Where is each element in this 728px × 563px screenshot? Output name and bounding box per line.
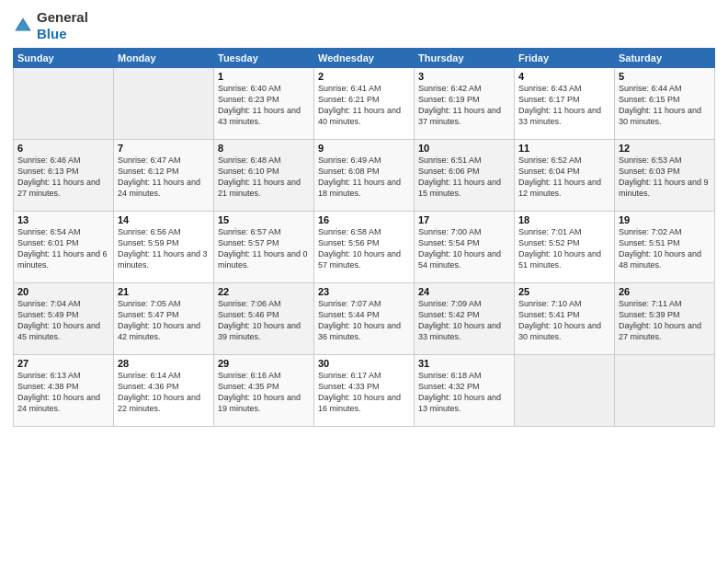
day-number: 18: [518, 214, 610, 225]
day-cell-15: 15Sunrise: 6:57 AM Sunset: 5:57 PM Dayli…: [214, 212, 314, 283]
day-cell-29: 29Sunrise: 6:16 AM Sunset: 4:35 PM Dayli…: [214, 355, 314, 427]
day-info: Sunrise: 7:07 AM Sunset: 5:44 PM Dayligh…: [318, 298, 410, 343]
day-number: 8: [218, 143, 310, 154]
calendar-row: 1Sunrise: 6:40 AM Sunset: 6:23 PM Daylig…: [14, 68, 715, 140]
weekday-header-wednesday: Wednesday: [314, 49, 415, 68]
calendar-row: 20Sunrise: 7:04 AM Sunset: 5:49 PM Dayli…: [14, 283, 715, 355]
day-number: 16: [318, 214, 410, 225]
day-info: Sunrise: 6:13 AM Sunset: 4:38 PM Dayligh…: [17, 370, 109, 415]
empty-cell: [515, 355, 615, 427]
day-info: Sunrise: 6:51 AM Sunset: 6:06 PM Dayligh…: [418, 155, 510, 200]
day-info: Sunrise: 6:56 AM Sunset: 5:59 PM Dayligh…: [118, 226, 210, 271]
logo-text-blue: Blue: [37, 26, 88, 42]
day-info: Sunrise: 6:54 AM Sunset: 6:01 PM Dayligh…: [17, 226, 109, 271]
day-cell-18: 18Sunrise: 7:01 AM Sunset: 5:52 PM Dayli…: [515, 212, 615, 283]
day-number: 2: [318, 71, 410, 82]
day-cell-5: 5Sunrise: 6:44 AM Sunset: 6:15 PM Daylig…: [615, 68, 715, 140]
day-number: 30: [318, 358, 410, 369]
empty-cell: [615, 355, 715, 427]
day-number: 19: [619, 214, 711, 225]
day-cell-13: 13Sunrise: 6:54 AM Sunset: 6:01 PM Dayli…: [14, 212, 114, 283]
day-number: 1: [218, 71, 310, 82]
day-info: Sunrise: 7:11 AM Sunset: 5:39 PM Dayligh…: [619, 298, 711, 343]
day-cell-28: 28Sunrise: 6:14 AM Sunset: 4:36 PM Dayli…: [114, 355, 214, 427]
day-cell-16: 16Sunrise: 6:58 AM Sunset: 5:56 PM Dayli…: [314, 212, 415, 283]
day-number: 22: [218, 286, 310, 297]
day-info: Sunrise: 7:09 AM Sunset: 5:42 PM Dayligh…: [418, 298, 510, 343]
day-info: Sunrise: 6:58 AM Sunset: 5:56 PM Dayligh…: [318, 226, 410, 271]
day-cell-1: 1Sunrise: 6:40 AM Sunset: 6:23 PM Daylig…: [214, 68, 314, 140]
calendar-row: 13Sunrise: 6:54 AM Sunset: 6:01 PM Dayli…: [14, 212, 715, 283]
day-number: 14: [118, 214, 210, 225]
day-cell-30: 30Sunrise: 6:17 AM Sunset: 4:33 PM Dayli…: [314, 355, 415, 427]
day-number: 28: [118, 358, 210, 369]
day-cell-10: 10Sunrise: 6:51 AM Sunset: 6:06 PM Dayli…: [415, 140, 515, 212]
day-info: Sunrise: 6:57 AM Sunset: 5:57 PM Dayligh…: [218, 226, 310, 271]
day-number: 10: [418, 143, 510, 154]
day-cell-3: 3Sunrise: 6:42 AM Sunset: 6:19 PM Daylig…: [415, 68, 515, 140]
day-info: Sunrise: 6:47 AM Sunset: 6:12 PM Dayligh…: [118, 155, 210, 200]
day-info: Sunrise: 6:46 AM Sunset: 6:13 PM Dayligh…: [17, 155, 109, 200]
weekday-header-tuesday: Tuesday: [214, 49, 314, 68]
day-info: Sunrise: 6:43 AM Sunset: 6:17 PM Dayligh…: [518, 83, 610, 128]
day-number: 23: [318, 286, 410, 297]
day-cell-12: 12Sunrise: 6:53 AM Sunset: 6:03 PM Dayli…: [615, 140, 715, 212]
day-info: Sunrise: 6:48 AM Sunset: 6:10 PM Dayligh…: [218, 155, 310, 200]
day-number: 7: [118, 143, 210, 154]
day-info: Sunrise: 6:17 AM Sunset: 4:33 PM Dayligh…: [318, 370, 410, 415]
day-cell-2: 2Sunrise: 6:41 AM Sunset: 6:21 PM Daylig…: [314, 68, 415, 140]
calendar-row: 6Sunrise: 6:46 AM Sunset: 6:13 PM Daylig…: [14, 140, 715, 212]
empty-cell: [114, 68, 214, 140]
day-info: Sunrise: 7:05 AM Sunset: 5:47 PM Dayligh…: [118, 298, 210, 343]
day-cell-11: 11Sunrise: 6:52 AM Sunset: 6:04 PM Dayli…: [515, 140, 615, 212]
weekday-header-row: SundayMondayTuesdayWednesdayThursdayFrid…: [14, 49, 715, 68]
day-cell-19: 19Sunrise: 7:02 AM Sunset: 5:51 PM Dayli…: [615, 212, 715, 283]
day-number: 11: [518, 143, 610, 154]
calendar-table: SundayMondayTuesdayWednesdayThursdayFrid…: [13, 48, 715, 427]
day-number: 3: [418, 71, 510, 82]
day-cell-9: 9Sunrise: 6:49 AM Sunset: 6:08 PM Daylig…: [314, 140, 415, 212]
day-cell-25: 25Sunrise: 7:10 AM Sunset: 5:41 PM Dayli…: [515, 283, 615, 355]
day-info: Sunrise: 6:16 AM Sunset: 4:35 PM Dayligh…: [218, 370, 310, 415]
day-info: Sunrise: 7:10 AM Sunset: 5:41 PM Dayligh…: [518, 298, 610, 343]
day-number: 25: [518, 286, 610, 297]
day-info: Sunrise: 6:18 AM Sunset: 4:32 PM Dayligh…: [418, 370, 510, 415]
page-container: General Blue SundayMondayTuesdayWednesda…: [0, 0, 728, 434]
calendar-row: 27Sunrise: 6:13 AM Sunset: 4:38 PM Dayli…: [14, 355, 715, 427]
header: General Blue: [13, 9, 715, 42]
day-number: 6: [17, 143, 109, 154]
day-info: Sunrise: 6:52 AM Sunset: 6:04 PM Dayligh…: [518, 155, 610, 200]
day-number: 12: [619, 143, 711, 154]
weekday-header-friday: Friday: [515, 49, 615, 68]
day-number: 4: [518, 71, 610, 82]
day-cell-26: 26Sunrise: 7:11 AM Sunset: 5:39 PM Dayli…: [615, 283, 715, 355]
day-number: 5: [619, 71, 711, 82]
day-info: Sunrise: 6:53 AM Sunset: 6:03 PM Dayligh…: [619, 155, 711, 200]
day-info: Sunrise: 7:06 AM Sunset: 5:46 PM Dayligh…: [218, 298, 310, 343]
weekday-header-sunday: Sunday: [14, 49, 114, 68]
day-number: 29: [218, 358, 310, 369]
day-info: Sunrise: 6:41 AM Sunset: 6:21 PM Dayligh…: [318, 83, 410, 128]
weekday-header-saturday: Saturday: [615, 49, 715, 68]
day-cell-22: 22Sunrise: 7:06 AM Sunset: 5:46 PM Dayli…: [214, 283, 314, 355]
day-cell-24: 24Sunrise: 7:09 AM Sunset: 5:42 PM Dayli…: [415, 283, 515, 355]
day-number: 20: [17, 286, 109, 297]
day-cell-21: 21Sunrise: 7:05 AM Sunset: 5:47 PM Dayli…: [114, 283, 214, 355]
day-cell-6: 6Sunrise: 6:46 AM Sunset: 6:13 PM Daylig…: [14, 140, 114, 212]
day-cell-27: 27Sunrise: 6:13 AM Sunset: 4:38 PM Dayli…: [14, 355, 114, 427]
day-cell-4: 4Sunrise: 6:43 AM Sunset: 6:17 PM Daylig…: [515, 68, 615, 140]
day-number: 27: [17, 358, 109, 369]
logo: General Blue: [13, 9, 88, 42]
day-cell-23: 23Sunrise: 7:07 AM Sunset: 5:44 PM Dayli…: [314, 283, 415, 355]
day-number: 31: [418, 358, 510, 369]
day-info: Sunrise: 7:01 AM Sunset: 5:52 PM Dayligh…: [518, 226, 610, 271]
day-number: 26: [619, 286, 711, 297]
empty-cell: [14, 68, 114, 140]
day-number: 17: [418, 214, 510, 225]
day-number: 13: [17, 214, 109, 225]
day-cell-7: 7Sunrise: 6:47 AM Sunset: 6:12 PM Daylig…: [114, 140, 214, 212]
weekday-header-monday: Monday: [114, 49, 214, 68]
logo-icon: [13, 16, 33, 36]
day-info: Sunrise: 6:49 AM Sunset: 6:08 PM Dayligh…: [318, 155, 410, 200]
day-info: Sunrise: 7:00 AM Sunset: 5:54 PM Dayligh…: [418, 226, 510, 271]
